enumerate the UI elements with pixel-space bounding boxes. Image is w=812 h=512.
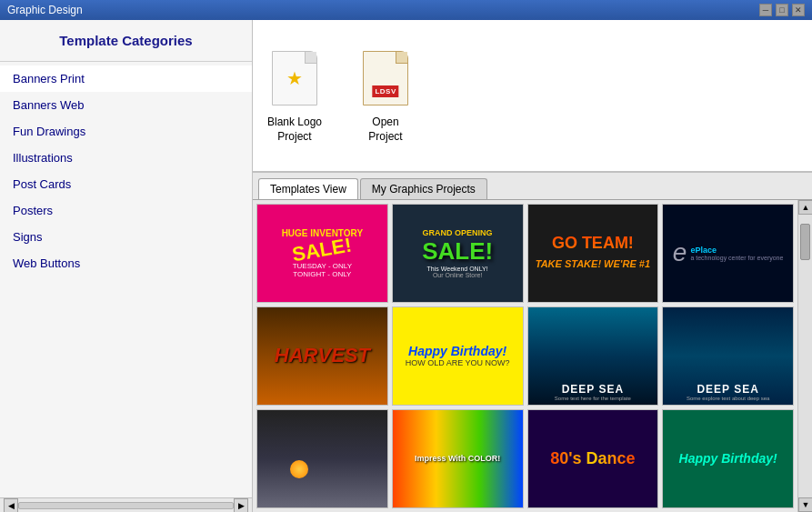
app-title: Graphic Design — [7, 4, 83, 16]
template-deep-sea-1[interactable]: DEEP SEA Some text here for the template — [527, 306, 659, 406]
sidebar-item-fun-drawings[interactable]: Fun Drawings — [0, 118, 252, 145]
scroll-left-button[interactable]: ◀ — [4, 498, 18, 513]
star-icon: ★ — [286, 67, 303, 89]
template-birthday-yellow[interactable]: Happy Birthday! HOW OLD ARE YOU NOW? — [392, 306, 524, 406]
close-button[interactable]: ✕ — [792, 4, 805, 16]
open-project-label: Open Project — [368, 115, 402, 144]
window-controls: ─ □ ✕ — [759, 4, 805, 16]
blank-logo-icon-wrap: ★ — [267, 46, 322, 110]
template-eplace[interactable]: e ePlace a technology center for everyon… — [662, 204, 794, 303]
template-sale-red[interactable]: HUGE INVENTORY SALE! TUESDAY - ONLYTONIG… — [256, 204, 388, 303]
template-happy-birthday-b[interactable]: Happy Birthday! — [662, 409, 794, 508]
template-deep-sea-2[interactable]: DEEP SEA Some explore text about deep se… — [662, 306, 794, 406]
sidebar-item-illustrations[interactable]: Illustrations — [0, 145, 252, 171]
main-container: Template Categories Banners Print Banner… — [0, 20, 812, 512]
v-scroll-thumb[interactable] — [800, 224, 810, 260]
ldsv-badge: LDSV — [372, 85, 398, 97]
tabs-bar: Templates View My Graphics Projects — [253, 173, 812, 200]
tab-my-graphics[interactable]: My Graphics Projects — [360, 178, 487, 199]
sidebar-horizontal-scrollbar[interactable]: ◀ ▶ — [0, 497, 252, 512]
open-project[interactable]: LDSV Open Project — [358, 46, 413, 144]
sidebar-item-web-buttons[interactable]: Web Buttons — [0, 250, 252, 276]
maximize-button[interactable]: □ — [776, 4, 788, 16]
vertical-scrollbar[interactable]: ▲ ▼ — [797, 200, 812, 512]
template-impress-color[interactable]: Impress With COLOR! — [392, 409, 524, 508]
content-area: ★ Blank Logo Project LDSV Open Project — [253, 20, 812, 512]
template-go-team[interactable]: GO TEAM!TAKE STAKE! WE'RE #1 — [527, 204, 659, 303]
minimize-button[interactable]: ─ — [759, 4, 772, 16]
scroll-right-button[interactable]: ▶ — [234, 498, 248, 513]
template-sunrise[interactable] — [256, 409, 388, 508]
sidebar-item-posters[interactable]: Posters — [0, 197, 252, 224]
open-project-icon-wrap: LDSV — [358, 46, 413, 110]
v-scroll-track — [798, 215, 812, 497]
templates-grid: HUGE INVENTORY SALE! TUESDAY - ONLYTONIG… — [253, 200, 812, 512]
blank-logo-project[interactable]: ★ Blank Logo Project — [267, 46, 322, 144]
h-scroll-track — [18, 502, 234, 509]
sidebar-item-banners-print[interactable]: Banners Print — [0, 65, 252, 92]
blank-logo-icon: ★ — [272, 51, 317, 105]
projects-area: ★ Blank Logo Project LDSV Open Project — [253, 20, 812, 173]
sidebar-list-wrapper: Banners Print Banners Web Fun Drawings I… — [0, 62, 252, 512]
title-bar: Graphic Design ─ □ ✕ — [0, 0, 812, 20]
blank-logo-label: Blank Logo Project — [267, 115, 322, 144]
open-project-icon: LDSV — [363, 51, 408, 105]
sidebar-item-banners-web[interactable]: Banners Web — [0, 92, 252, 118]
sidebar-list: Banners Print Banners Web Fun Drawings I… — [0, 62, 252, 497]
template-dance[interactable]: 80's Dance — [527, 409, 659, 508]
sidebar: Template Categories Banners Print Banner… — [0, 20, 253, 512]
sidebar-item-signs[interactable]: Signs — [0, 224, 252, 250]
sidebar-item-post-cards[interactable]: Post Cards — [0, 171, 252, 197]
template-harvest[interactable]: HARVEST — [256, 306, 388, 406]
scroll-up-button[interactable]: ▲ — [798, 200, 812, 215]
templates-wrapper: HUGE INVENTORY SALE! TUESDAY - ONLYTONIG… — [253, 200, 812, 512]
tab-templates-view[interactable]: Templates View — [258, 178, 358, 199]
scroll-down-button[interactable]: ▼ — [798, 497, 812, 512]
sidebar-title: Template Categories — [0, 20, 252, 62]
template-sale-green[interactable]: GRAND OPENING SALE! This Weekend ONLY!Ou… — [392, 204, 524, 303]
